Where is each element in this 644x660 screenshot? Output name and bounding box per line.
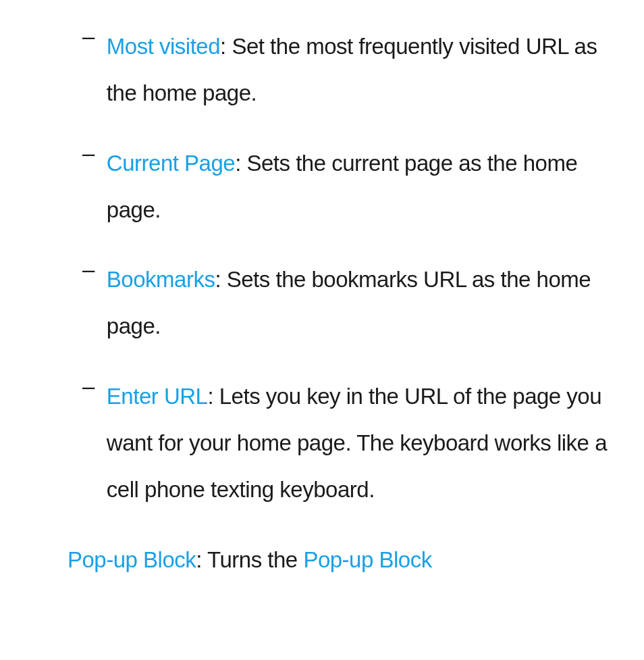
item-body: Most visited: Set the most frequently vi… [107,23,624,117]
item-body: Bookmarks: Sets the bookmarks URL as the… [107,256,624,350]
item-term: Current Page [107,151,235,176]
list-dash: – [68,256,107,283]
footer-term-1: Pop-up Block [68,547,196,572]
list-item: – Most visited: Set the most frequently … [68,23,624,117]
list-dash: – [68,140,107,167]
list-dash: – [68,23,107,50]
footer-line: Pop-up Block: Turns the Pop-up Block [68,536,624,583]
item-term: Bookmarks [107,267,215,292]
footer-mid: : Turns the [196,547,303,572]
footer-term-2: Pop-up Block [303,547,431,572]
item-term: Enter URL [107,384,208,409]
item-body: Enter URL: Lets you key in the URL of th… [107,373,624,513]
list-item: – Enter URL: Lets you key in the URL of … [68,373,624,513]
item-body: Current Page: Sets the current page as t… [107,140,624,234]
item-term: Most visited [107,34,220,59]
list-item: – Bookmarks: Sets the bookmarks URL as t… [68,256,624,350]
list-item: – Current Page: Sets the current page as… [68,140,624,234]
options-list: – Most visited: Set the most frequently … [68,23,624,513]
list-dash: – [68,373,107,400]
